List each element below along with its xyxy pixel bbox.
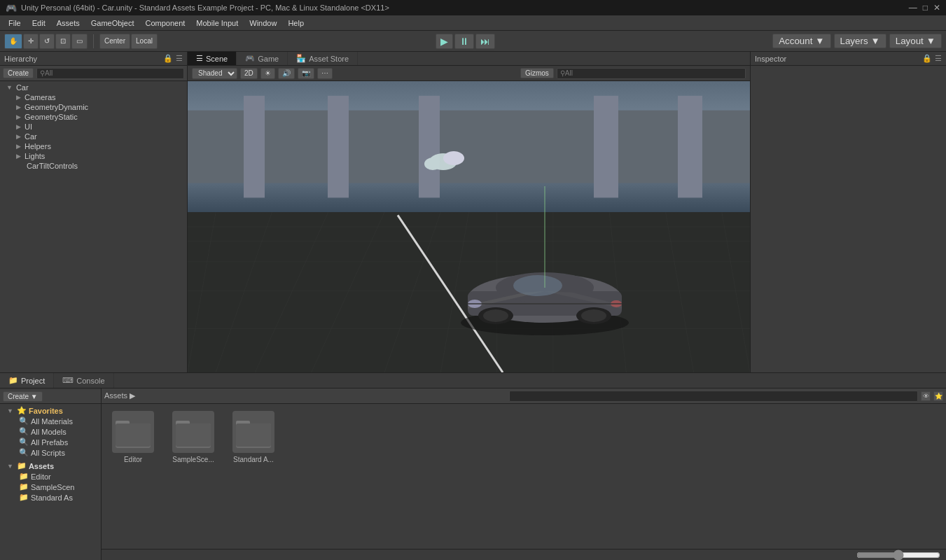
favorites-item-all-materials[interactable]: 🔍 All Materials bbox=[3, 416, 98, 426]
gizmos-search[interactable] bbox=[557, 68, 746, 79]
maximize-btn[interactable]: □ bbox=[923, 3, 928, 13]
minimize-btn[interactable]: — bbox=[909, 3, 917, 13]
account-btn[interactable]: Account ▼ bbox=[772, 34, 830, 48]
project-star-btn[interactable]: ⭐ bbox=[933, 391, 943, 401]
gizmos-btn[interactable]: Gizmos bbox=[520, 68, 554, 78]
hierarchy-menu-icon[interactable]: ☰ bbox=[176, 54, 183, 63]
assets-breadcrumb-text[interactable]: Assets ▶ bbox=[104, 391, 135, 400]
hierarchy-item-cartiltcontrols[interactable]: CarTiltControls bbox=[0, 161, 187, 171]
menu-item-window[interactable]: Window bbox=[244, 18, 282, 29]
hierarchy-item-car[interactable]: ▼ Car bbox=[0, 83, 187, 92]
project-eye-btn[interactable]: 👁 bbox=[921, 391, 931, 401]
fav-icon: 🔍 bbox=[19, 438, 29, 447]
asset-size-slider[interactable] bbox=[856, 550, 940, 561]
tree-label: Helpers bbox=[25, 142, 51, 150]
asset-folder-standard-assets[interactable]: Standard A... bbox=[229, 411, 278, 463]
favorites-label: Favorites bbox=[29, 407, 63, 415]
account-chevron: ▼ bbox=[815, 36, 824, 46]
bottom-tab-console[interactable]: ⌨Console bbox=[54, 373, 113, 388]
hierarchy-item-car[interactable]: ▶ Car bbox=[0, 132, 187, 141]
2d-toggle-btn[interactable]: 2D bbox=[240, 68, 258, 79]
assets-tree-item-standard-as[interactable]: 📁 Standard As bbox=[3, 492, 98, 503]
favorites-header[interactable]: ▼ ⭐ Favorites bbox=[3, 405, 98, 416]
local-btn[interactable]: Local bbox=[131, 34, 158, 49]
effects-btn[interactable]: 📷 bbox=[298, 68, 314, 79]
svg-point-43 bbox=[424, 158, 441, 170]
scene-tab-game[interactable]: 🎮Game bbox=[237, 52, 288, 65]
bottom-tab-label: Console bbox=[76, 377, 104, 385]
inspector-lock-icon[interactable]: 🔒 bbox=[922, 54, 932, 63]
hierarchy-create-btn[interactable]: Create bbox=[3, 68, 34, 78]
scene-tab-asset-store[interactable]: 🏪Asset Store bbox=[288, 52, 358, 65]
svg-rect-1 bbox=[188, 111, 750, 183]
hierarchy-item-geometrystatic[interactable]: ▶ GeometryStatic bbox=[0, 112, 187, 122]
bottom-tab-icon: ⌨ bbox=[62, 376, 74, 385]
close-btn[interactable]: ✕ bbox=[933, 3, 940, 13]
hierarchy-item-lights[interactable]: ▶ Lights bbox=[0, 151, 187, 161]
favorites-item-all-prefabs[interactable]: 🔍 All Prefabs bbox=[3, 437, 98, 447]
hierarchy-item-cameras[interactable]: ▶ Cameras bbox=[0, 92, 187, 102]
hierarchy-item-ui[interactable]: ▶ UI bbox=[0, 122, 187, 132]
pause-btn[interactable]: ⏸ bbox=[454, 34, 474, 49]
rotate-tool-btn[interactable]: ↺ bbox=[39, 34, 55, 49]
step-btn[interactable]: ⏭ bbox=[475, 34, 495, 49]
menu-item-edit[interactable]: Edit bbox=[27, 18, 51, 29]
assets-header[interactable]: ▼ 📁 Assets bbox=[3, 461, 98, 471]
folder-icon: 📁 bbox=[19, 493, 29, 502]
main-layout: Hierarchy 🔒 ☰ Create ▼ Car ▶ Cameras ▶ G… bbox=[0, 52, 946, 372]
play-btn[interactable]: ▶ bbox=[436, 34, 453, 49]
lighting-btn[interactable]: ☀ bbox=[260, 68, 275, 79]
hierarchy-search[interactable] bbox=[36, 68, 184, 79]
asset-folder-editor[interactable]: Editor bbox=[109, 411, 158, 463]
center-btn[interactable]: Center bbox=[99, 34, 130, 49]
svg-rect-63 bbox=[236, 424, 271, 447]
unity-icon: 🎮 bbox=[6, 3, 17, 13]
hierarchy-item-helpers[interactable]: ▶ Helpers bbox=[0, 141, 187, 151]
svg-point-36 bbox=[513, 275, 562, 296]
favorites-item-all-models[interactable]: 🔍 All Models bbox=[3, 426, 98, 437]
separator1 bbox=[93, 34, 94, 48]
scene-toolbar: Shaded 2D ☀ 🔊 📷 ⋯ Gizmos bbox=[188, 66, 750, 81]
hand-tool-btn[interactable]: ✋ bbox=[4, 34, 22, 49]
project-search-input[interactable] bbox=[509, 391, 918, 402]
scene-area: ☰Scene🎮Game🏪Asset Store Shaded 2D ☀ 🔊 📷 … bbox=[188, 52, 750, 372]
move-tool-btn[interactable]: ✛ bbox=[23, 34, 39, 49]
tab-label: Scene bbox=[206, 55, 228, 63]
tree-arrow: ▼ bbox=[6, 84, 13, 91]
assets-tree-item-samplescen[interactable]: 📁 SampleScen bbox=[3, 482, 98, 492]
hierarchy-title: Hierarchy bbox=[4, 55, 37, 63]
rect-tool-btn[interactable]: ▭ bbox=[71, 34, 88, 49]
favorites-item-all-scripts[interactable]: 🔍 All Scripts bbox=[3, 447, 98, 458]
inspector-title: Inspector bbox=[755, 55, 786, 63]
svg-rect-4 bbox=[419, 96, 440, 198]
svg-rect-6 bbox=[678, 96, 702, 198]
menu-item-component[interactable]: Component bbox=[139, 18, 190, 29]
asset-folder-samplescenes[interactable]: SampleSce... bbox=[169, 411, 218, 463]
menu-item-gameobject[interactable]: GameObject bbox=[85, 18, 140, 29]
hierarchy-lock-icon[interactable]: 🔒 bbox=[163, 54, 173, 63]
project-create-btn[interactable]: Create ▼ bbox=[3, 391, 43, 402]
bottom-tab-icon: 📁 bbox=[8, 376, 18, 385]
asset-folder-label: SampleSce... bbox=[172, 456, 214, 463]
menu-item-help[interactable]: Help bbox=[282, 18, 309, 29]
bottom-tab-project[interactable]: 📁Project bbox=[0, 373, 54, 388]
hierarchy-tree: ▼ Car ▶ Cameras ▶ GeometryDynamic ▶ Geom… bbox=[0, 81, 187, 372]
inspector-menu-icon[interactable]: ☰ bbox=[935, 54, 942, 63]
shading-mode-select[interactable]: Shaded bbox=[192, 68, 237, 79]
menu-item-file[interactable]: File bbox=[3, 18, 27, 29]
layout-btn[interactable]: Layout ▼ bbox=[889, 34, 942, 48]
more-btn[interactable]: ⋯ bbox=[317, 68, 333, 79]
hierarchy-item-geometrydynamic[interactable]: ▶ GeometryDynamic bbox=[0, 102, 187, 112]
assets-label: Assets bbox=[29, 462, 54, 470]
audio-btn[interactable]: 🔊 bbox=[278, 68, 295, 79]
svg-point-34 bbox=[483, 309, 508, 322]
inspector-panel: Inspector 🔒 ☰ bbox=[750, 52, 946, 372]
scale-tool-btn[interactable]: ⊡ bbox=[55, 34, 71, 49]
scene-tab-scene[interactable]: ☰Scene bbox=[188, 52, 237, 65]
menu-item-assets[interactable]: Assets bbox=[51, 18, 85, 29]
scene-viewport[interactable]: Y X Z Persp bbox=[188, 81, 750, 372]
favorites-list: 🔍 All Materials🔍 All Models🔍 All Prefabs… bbox=[3, 416, 98, 458]
menu-item-mobile input[interactable]: Mobile Input bbox=[190, 18, 244, 29]
assets-tree-item-editor[interactable]: 📁 Editor bbox=[3, 471, 98, 482]
layers-btn[interactable]: Layers ▼ bbox=[834, 34, 886, 48]
